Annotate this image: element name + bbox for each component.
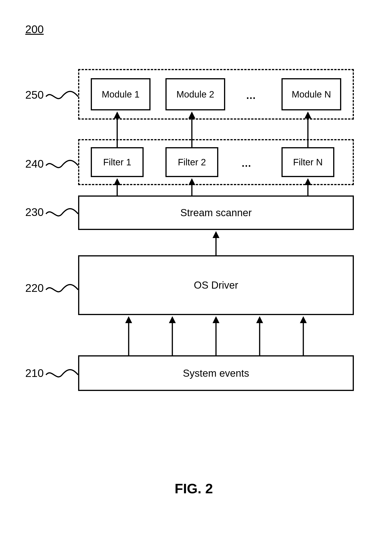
figure-caption: FIG. 2 (175, 481, 213, 497)
arrows-layer (0, 0, 392, 557)
diagram-page: 200 250 240 230 220 210 Module 1 Module … (0, 0, 392, 557)
